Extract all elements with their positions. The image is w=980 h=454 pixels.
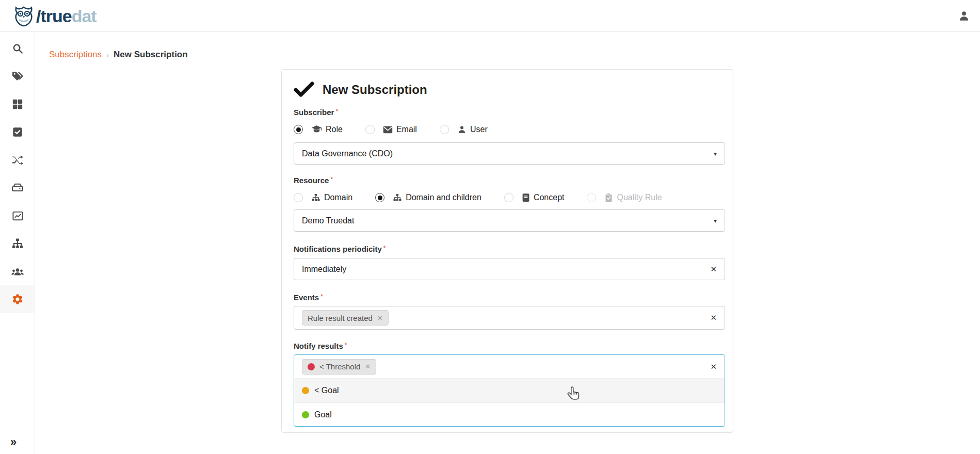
required-marker: * <box>383 245 386 252</box>
green-dot <box>302 411 309 418</box>
drive-icon <box>11 182 24 194</box>
radio-label: Role <box>326 125 343 134</box>
graduation-cap-icon <box>311 125 322 134</box>
top-header: /truedat <box>0 0 980 32</box>
sidebar-collapse-button[interactable]: » <box>10 435 17 449</box>
sitemap-icon <box>393 193 402 202</box>
breadcrumb-subscriptions-link[interactable]: Subscriptions <box>49 50 102 60</box>
sidebar-item-dashboards[interactable] <box>0 202 35 230</box>
envelope-icon <box>383 126 393 134</box>
radio-domain-and-children[interactable]: Domain and children <box>375 193 481 202</box>
sitemap-icon <box>11 237 24 250</box>
radio-label: Quality Rule <box>617 193 662 202</box>
logo-text-primary: /true <box>36 6 72 26</box>
new-subscription-card: New Subscription Subscriber* Role <box>281 69 733 433</box>
yellow-dot <box>302 387 309 394</box>
radio-user[interactable]: User <box>440 125 488 134</box>
truedat-logo[interactable]: /truedat <box>12 5 97 27</box>
required-marker: * <box>320 293 323 300</box>
chevron-down-icon[interactable]: ▾ <box>714 217 717 224</box>
radio-role[interactable]: Role <box>294 125 343 134</box>
sidebar-item-groups[interactable] <box>0 257 35 285</box>
resource-select[interactable]: Demo Truedat ▾ <box>294 209 725 232</box>
sidebar-item-lineage[interactable] <box>0 146 35 174</box>
radio-circle[interactable] <box>504 193 513 202</box>
radio-circle <box>587 193 596 202</box>
chevron-down-icon[interactable]: ▾ <box>714 150 717 157</box>
notify-results-field[interactable]: < Threshold ✕ ✕ <box>294 355 725 379</box>
tags-icon <box>11 70 24 83</box>
notify-results-label: Notify results <box>294 342 343 350</box>
clear-icon[interactable]: ✕ <box>710 362 717 371</box>
clipboard-check-icon <box>604 193 613 203</box>
tag-label: Rule result created <box>308 314 373 322</box>
tag-remove-icon[interactable]: ✕ <box>365 363 371 370</box>
radio-circle[interactable] <box>294 193 303 202</box>
sidebar-item-domains[interactable] <box>0 230 35 257</box>
page-title: New Subscription <box>323 83 427 97</box>
resource-radio-group: Domain Domain and children <box>294 190 724 205</box>
periodicity-field[interactable]: Immediately ✕ <box>294 258 725 280</box>
radio-label: User <box>470 125 488 134</box>
tag-threshold: < Threshold ✕ <box>302 359 376 375</box>
events-label: Events <box>294 293 319 302</box>
radio-email[interactable]: Email <box>365 125 417 134</box>
breadcrumb-current: New Subscription <box>114 50 188 60</box>
radio-label: Concept <box>534 193 565 202</box>
card-header: New Subscription <box>294 80 724 100</box>
subscriber-select-value: Data Governance (CDO) <box>302 149 393 158</box>
subscriber-select[interactable]: Data Governance (CDO) ▾ <box>294 142 725 165</box>
radio-quality-rule: Quality Rule <box>587 193 662 203</box>
radio-circle[interactable] <box>365 125 375 134</box>
check-square-icon <box>12 126 23 138</box>
radio-circle[interactable] <box>294 125 303 134</box>
search-icon <box>12 43 24 55</box>
radio-label: Email <box>396 125 417 134</box>
events-field[interactable]: Rule result created ✕ ✕ <box>294 306 725 330</box>
clear-icon[interactable]: ✕ <box>710 313 717 322</box>
sidebar-item-modules[interactable] <box>0 90 35 118</box>
book-icon <box>522 193 530 202</box>
sitemap-icon <box>311 193 320 202</box>
required-marker: * <box>335 108 338 115</box>
logo-text-secondary: dat <box>72 6 97 26</box>
periodicity-value: Immediately <box>302 265 346 274</box>
required-marker: * <box>330 176 333 183</box>
breadcrumb: Subscriptions › New Subscription <box>49 50 188 60</box>
sidebar-item-quality[interactable] <box>0 118 35 146</box>
radio-label: Domain <box>324 193 352 202</box>
option-label: < Goal <box>314 386 339 395</box>
sidebar-item-datasources[interactable] <box>0 174 35 202</box>
radio-circle[interactable] <box>375 193 384 202</box>
resource-select-value: Demo Truedat <box>302 216 354 225</box>
sidebar-item-settings[interactable] <box>0 285 35 313</box>
sidebar-item-search[interactable] <box>0 35 35 62</box>
notify-results-combo: < Threshold ✕ ✕ < Goal Goal <box>294 354 725 427</box>
tag-remove-icon[interactable]: ✕ <box>377 314 383 322</box>
chart-line-icon <box>12 210 24 222</box>
resource-label: Resource <box>294 176 329 185</box>
tag-rule-result-created: Rule result created ✕ <box>302 310 389 326</box>
radio-domain[interactable]: Domain <box>294 193 352 202</box>
user-icon <box>457 125 467 134</box>
option-label: Goal <box>314 410 332 419</box>
radio-concept[interactable]: Concept <box>504 193 565 202</box>
red-dot <box>308 363 315 370</box>
left-sidebar: » <box>0 32 35 454</box>
breadcrumb-separator: › <box>106 51 109 59</box>
radio-circle[interactable] <box>440 125 449 134</box>
gear-icon <box>11 293 24 305</box>
shuffle-icon <box>11 154 24 166</box>
option-lt-goal[interactable]: < Goal <box>294 379 725 402</box>
user-menu-icon[interactable] <box>957 9 971 23</box>
radio-label: Domain and children <box>406 193 481 202</box>
sidebar-item-tags[interactable] <box>0 62 35 90</box>
subscriber-radio-group: Role Email User <box>294 122 724 137</box>
option-goal[interactable]: Goal <box>294 402 725 426</box>
check-icon <box>294 82 314 98</box>
clear-icon[interactable]: ✕ <box>710 265 717 274</box>
tag-label: < Threshold <box>319 362 360 371</box>
subscriber-label: Subscriber <box>294 108 334 117</box>
grid-icon <box>12 99 23 110</box>
users-icon <box>11 265 24 278</box>
